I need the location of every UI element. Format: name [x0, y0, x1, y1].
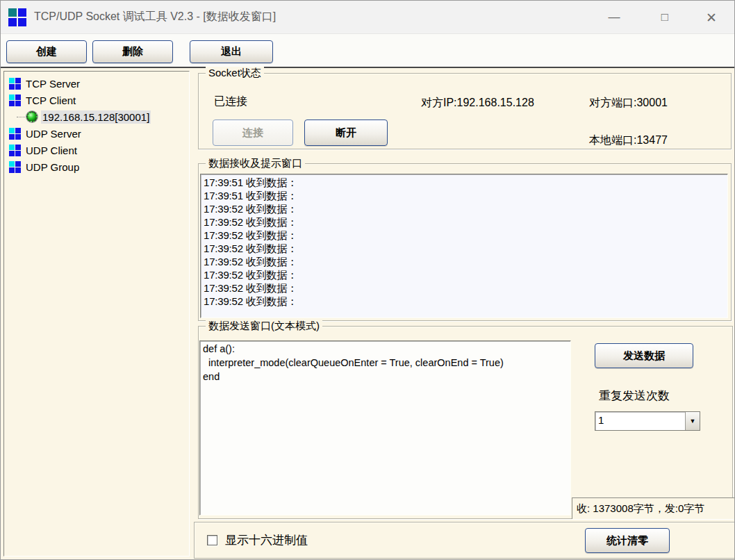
socket-type-icon [9, 78, 21, 90]
receive-line: 17:39:51 收到数据： [204, 176, 725, 189]
maximize-button[interactable]: □ [649, 6, 681, 29]
socket-status-group: Socket状态 已连接 对方IP:192.168.15.128 对方端口:30… [198, 73, 732, 149]
app-icon [8, 8, 27, 27]
send-group-label: 数据发送窗口(文本模式) [206, 320, 322, 333]
hex-display-checkbox[interactable] [207, 535, 217, 545]
data-panel: Socket状态 已连接 对方IP:192.168.15.128 对方端口:30… [194, 68, 735, 560]
tree-item-label: UDP Server [26, 128, 81, 140]
receive-line: 17:39:52 收到数据： [204, 281, 725, 295]
minimize-button[interactable]: — [598, 6, 630, 29]
send-data-button[interactable]: 发送数据 [595, 343, 693, 368]
hex-display-label: 显示十六进制值 [225, 532, 308, 548]
tree-connector [17, 117, 25, 117]
tree-item-label: TCP Client [26, 94, 76, 106]
tree-item-connection[interactable]: 192.168.15.128[30001] [4, 108, 189, 125]
clear-statistics-button[interactable]: 统计清零 [585, 528, 670, 553]
receive-line: 17:39:52 收到数据： [204, 229, 725, 242]
titlebar: TCP/UDP Socket 调试工具 V2.3 - [数据收发窗口] — □ … [1, 1, 734, 34]
bottom-bar: 显示十六进制值 统计清零 [194, 522, 735, 559]
tree-item-udp-group[interactable]: UDP Group [4, 158, 189, 175]
receive-line: 17:39:52 收到数据： [204, 215, 725, 229]
peer-port: 对方端口:30001 [589, 96, 668, 110]
receive-group: 数据接收及提示窗口 17:39:51 收到数据： 17:39:51 收到数据： … [198, 163, 732, 321]
socket-type-icon [9, 161, 21, 173]
close-button[interactable]: ✕ [695, 6, 727, 29]
tree-item-tcp-server[interactable]: TCP Server [4, 75, 189, 92]
receive-line: 17:39:52 收到数据： [204, 242, 725, 255]
create-button[interactable]: 创建 [6, 40, 87, 63]
connection-state: 已连接 [214, 94, 247, 109]
toolbar: 创建 删除 退出 [1, 34, 734, 67]
repeat-count-value[interactable]: 1 [595, 412, 685, 430]
send-group: 数据发送窗口(文本模式) def a(): interpreter_mode(c… [198, 326, 733, 519]
tree-item-udp-client[interactable]: UDP Client [4, 142, 189, 158]
socket-type-icon [9, 94, 21, 106]
tree-item-label: TCP Server [26, 78, 80, 90]
app-window: TCP/UDP Socket 调试工具 V2.3 - [数据收发窗口] — □ … [0, 0, 735, 560]
tree-item-label: UDP Group [26, 161, 79, 173]
receive-line: 17:39:52 收到数据： [204, 202, 725, 215]
exit-button[interactable]: 退出 [190, 40, 273, 63]
disconnect-button[interactable]: 断开 [304, 120, 388, 146]
repeat-count-combobox[interactable]: 1 ▼ [595, 411, 700, 431]
window-title: TCP/UDP Socket 调试工具 V2.3 - [数据收发窗口] [34, 10, 276, 24]
receive-group-label: 数据接收及提示窗口 [206, 157, 305, 170]
receive-line: 17:39:52 收到数据： [204, 255, 725, 268]
send-text-input[interactable]: def a(): interpreter_mode(clearQueueOnEn… [199, 340, 571, 516]
socket-status-group-label: Socket状态 [206, 67, 264, 80]
receive-log[interactable]: 17:39:51 收到数据： 17:39:51 收到数据： 17:39:52 收… [200, 174, 728, 318]
socket-type-icon [9, 145, 21, 156]
tree-item-tcp-client[interactable]: TCP Client [4, 92, 189, 108]
byte-statistics: 收: 1373008字节，发:0字节 [572, 497, 735, 519]
receive-line: 17:39:52 收到数据： [204, 295, 725, 308]
socket-tree: TCP Server TCP Client 192.168.15.128[300… [3, 71, 190, 557]
tree-item-label: 192.168.15.128[30001] [41, 110, 151, 124]
receive-line: 17:39:52 收到数据： [204, 268, 725, 281]
repeat-count-label: 重复发送次数 [599, 388, 670, 404]
socket-type-icon [9, 128, 21, 140]
tree-item-label: UDP Client [26, 145, 77, 156]
connect-button[interactable]: 连接 [213, 120, 293, 146]
local-port: 本地端口:13477 [589, 133, 668, 148]
dropdown-arrow-icon[interactable]: ▼ [685, 412, 700, 430]
receive-line: 17:39:51 收到数据： [204, 189, 725, 202]
peer-ip: 对方IP:192.168.15.128 [421, 96, 534, 110]
delete-button[interactable]: 删除 [92, 40, 173, 63]
tree-item-udp-server[interactable]: UDP Server [4, 125, 189, 142]
connected-socket-icon [26, 111, 38, 122]
